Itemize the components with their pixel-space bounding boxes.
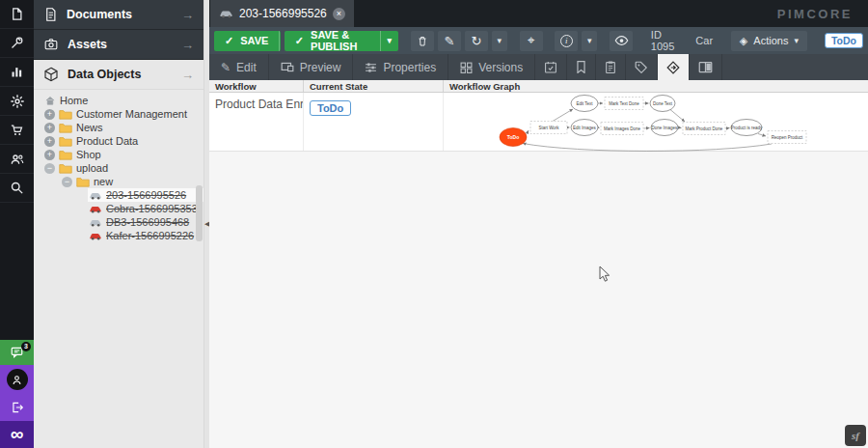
- info-dropdown-button[interactable]: ▾: [582, 31, 597, 51]
- graph-node-edit-text[interactable]: Edit Text: [576, 101, 593, 106]
- arrow-right-icon: →: [181, 68, 194, 82]
- folder-open-icon: [76, 177, 90, 187]
- save-dropdown-button[interactable]: ▾: [279, 31, 280, 51]
- infinity-icon: ∞: [11, 424, 24, 445]
- tab-workflow[interactable]: [658, 54, 690, 80]
- tree-scrollbar[interactable]: [196, 185, 203, 241]
- tab-scheduler[interactable]: [535, 54, 567, 80]
- tree-item-cobra[interactable]: Cobra-1566995353: [34, 202, 203, 215]
- graph-node-mark-images-done[interactable]: Mark Images Done: [604, 126, 641, 131]
- notifications-button[interactable]: 3: [0, 340, 34, 365]
- logout-button[interactable]: [0, 394, 34, 421]
- documents-rail-button[interactable]: [0, 0, 34, 29]
- tab-reports[interactable]: [567, 54, 596, 80]
- tab-edit[interactable]: ✎ Edit: [209, 54, 269, 80]
- tree-item-home[interactable]: Home: [34, 94, 203, 107]
- info-button[interactable]: i: [555, 31, 578, 51]
- object-id-label: ID 1095: [645, 29, 687, 52]
- tab-preview[interactable]: Preview: [269, 54, 354, 80]
- accordion-documents[interactable]: Documents →: [34, 0, 203, 30]
- accordion-data-objects[interactable]: Data Objects →: [34, 60, 203, 90]
- info-icon: i: [560, 35, 573, 47]
- tree-item-product-data[interactable]: + Product Data: [34, 134, 203, 148]
- symfony-toolbar-button[interactable]: sf: [845, 425, 866, 446]
- search-icon: [10, 181, 24, 195]
- main-area: 203-1566995526 × PIMCORE ✓ SAVE ▾ ✓ SAVE…: [209, 0, 868, 448]
- collapse-icon[interactable]: −: [44, 163, 55, 174]
- customers-rail-button[interactable]: [0, 145, 34, 174]
- tree-item-upload[interactable]: − upload: [34, 161, 203, 175]
- tree-label: Kafer-1566995226: [106, 230, 194, 241]
- column-header-workflow[interactable]: Workflow: [209, 80, 304, 92]
- tools-rail-button[interactable]: [0, 29, 34, 58]
- tree-item-db3[interactable]: DB3-1566995468: [34, 215, 203, 229]
- locate-in-tree-button[interactable]: ⌖: [520, 31, 543, 51]
- accordion-assets[interactable]: Assets →: [34, 30, 203, 60]
- ecommerce-rail-button[interactable]: [0, 116, 34, 145]
- expand-icon[interactable]: +: [44, 150, 55, 160]
- graph-node-done-images[interactable]: Done Images: [652, 126, 679, 130]
- expand-icon[interactable]: +: [44, 123, 55, 133]
- expand-icon[interactable]: +: [44, 109, 55, 120]
- column-header-workflow-graph[interactable]: Workflow Graph: [444, 80, 868, 92]
- graph-node-mark-text-done[interactable]: Mark Text Done: [609, 101, 639, 106]
- clipboard-icon: [605, 61, 616, 73]
- search-rail-button[interactable]: [0, 174, 34, 203]
- save-publish-button[interactable]: ✓ SAVE & PUBLISH ▾: [285, 31, 398, 51]
- user-profile-button[interactable]: [0, 365, 34, 394]
- tab-properties[interactable]: Properties: [353, 54, 448, 80]
- folder-icon: [59, 136, 72, 147]
- graph-node-done-text[interactable]: Done Text: [653, 101, 673, 106]
- close-tab-icon[interactable]: ×: [333, 8, 345, 20]
- tree-item-shop[interactable]: + Shop: [34, 148, 203, 161]
- tab-tags[interactable]: [626, 54, 658, 80]
- trash-icon: [417, 35, 428, 47]
- graph-node-todo[interactable]: ToDo: [507, 134, 519, 140]
- workspace-empty-area: [209, 152, 868, 448]
- workflow-actions-button[interactable]: ◈ Actions ▾: [731, 31, 807, 51]
- tag-icon: [635, 61, 648, 73]
- graph-node-reopen-product[interactable]: Reopen Product: [772, 135, 803, 140]
- car-icon: [89, 205, 102, 213]
- folder-icon: [59, 150, 72, 160]
- settings-rail-button[interactable]: [0, 87, 34, 116]
- tab-notes-events[interactable]: [596, 54, 626, 80]
- save-publish-dropdown-button[interactable]: ▾: [380, 31, 399, 51]
- object-toolbar: ✓ SAVE ▾ ✓ SAVE & PUBLISH ▾ ✎ ↻ ▾ ⌖: [209, 27, 868, 54]
- pencil-icon: ✎: [221, 61, 231, 74]
- tree-item-news[interactable]: + News: [34, 121, 203, 134]
- tab-dependencies[interactable]: [690, 54, 722, 80]
- reload-dropdown-button[interactable]: ▾: [492, 31, 507, 51]
- workflow-grid-row[interactable]: Product Data Enrichm... ToDo: [209, 93, 868, 152]
- graph-node-mark-product-done[interactable]: Mark Product Done: [686, 126, 723, 131]
- reports-rail-button[interactable]: [0, 58, 34, 87]
- tree-label: new: [94, 176, 113, 187]
- tree-item-customer-management[interactable]: + Customer Management: [34, 107, 203, 121]
- left-icon-rail: 3 ∞: [0, 0, 34, 448]
- reload-button[interactable]: ↻: [465, 31, 488, 51]
- tree-item-203[interactable]: 203-1566995526: [34, 188, 203, 202]
- rename-button[interactable]: ✎: [438, 31, 461, 51]
- tree-item-kafer[interactable]: Kafer-1566995226: [34, 229, 203, 242]
- workflow-diamond-icon: ◈: [740, 35, 747, 47]
- chevron-down-icon: ▾: [388, 36, 393, 45]
- workflow-graph-cell: ToDo: [444, 93, 868, 151]
- delete-button[interactable]: [411, 31, 434, 51]
- graph-node-product-ready[interactable]: Product is ready: [731, 126, 763, 130]
- column-header-current-state[interactable]: Current State: [304, 80, 444, 92]
- car-icon: [89, 191, 102, 200]
- tab-strip: 203-1566995526 × PIMCORE: [209, 0, 868, 27]
- tree-item-new[interactable]: − new: [34, 175, 203, 188]
- tab-203-1566995526[interactable]: 203-1566995526 ×: [210, 0, 354, 27]
- collapse-icon[interactable]: −: [62, 177, 72, 187]
- expand-icon[interactable]: +: [44, 136, 55, 147]
- graph-node-edit-images[interactable]: Edit Images: [573, 126, 597, 130]
- save-button[interactable]: ✓ SAVE ▾: [214, 31, 281, 51]
- tab-versions[interactable]: Versions: [448, 54, 535, 80]
- car-icon: [219, 9, 233, 18]
- save-publish-label: SAVE & PUBLISH: [311, 31, 368, 51]
- symfony-icon: sf: [852, 430, 859, 441]
- graph-node-start-work[interactable]: Start Work: [538, 126, 559, 130]
- pimcore-infinity-logo[interactable]: ∞: [0, 421, 34, 448]
- open-preview-button[interactable]: [610, 31, 633, 51]
